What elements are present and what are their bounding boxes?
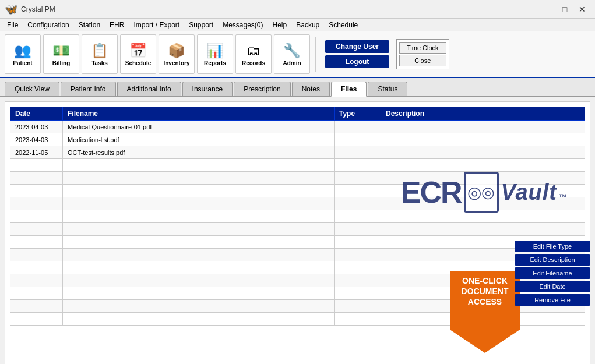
close-window-button[interactable]: ✕ [574, 3, 590, 16]
col-type: Type [335, 107, 381, 121]
tab-files[interactable]: Files [331, 82, 367, 97]
cell-filename [63, 313, 335, 326]
cell-date [10, 300, 63, 313]
btn-edit-file-type[interactable]: Edit File Type [515, 241, 590, 252]
app-icon: 🦋 [5, 3, 17, 16]
cell-description [381, 185, 585, 197]
cell-date [10, 159, 63, 172]
table-row[interactable]: 2022-11-05OCT-test-results.pdf [10, 146, 585, 159]
menu-import---export[interactable]: Import / Export [129, 20, 184, 30]
table-row[interactable] [10, 197, 585, 210]
tab-additional-info[interactable]: Additional Info [117, 82, 181, 96]
cell-description [381, 172, 585, 185]
change-user-button[interactable]: Change User [325, 40, 389, 53]
cell-date [10, 223, 63, 236]
cell-filename [63, 300, 335, 313]
table-row[interactable] [10, 210, 585, 223]
maximize-button[interactable]: □ [557, 3, 573, 16]
cell-description [381, 121, 585, 133]
menu-file[interactable]: File [2, 20, 23, 30]
cell-type [335, 197, 381, 210]
cell-type [335, 287, 381, 300]
menu-messages---[interactable]: Messages(0) [218, 20, 267, 30]
tab-status[interactable]: Status [368, 82, 407, 96]
menu-schedule[interactable]: Schedule [324, 20, 362, 30]
cell-type [335, 223, 381, 236]
menu-ehr[interactable]: EHR [105, 20, 129, 30]
table-row[interactable] [10, 185, 585, 197]
cell-filename [63, 159, 335, 172]
cell-type [335, 249, 381, 261]
table-row[interactable] [10, 249, 585, 261]
timeclock-area: Time Clock Close [396, 39, 449, 69]
records-icon: 🗂 [247, 43, 260, 59]
cell-filename: OCT-test-results.pdf [63, 146, 335, 159]
close-timeclock-button[interactable]: Close [399, 55, 446, 66]
menu-help[interactable]: Help [268, 20, 292, 30]
menu-station[interactable]: Station [74, 20, 105, 30]
table-row[interactable]: 2023-04-03Medication-list.pdf [10, 133, 585, 146]
toolbar-separator [315, 37, 316, 72]
cell-filename [63, 197, 335, 210]
cell-date: 2023-04-03 [10, 121, 63, 133]
toolbar-btn-billing[interactable]: 💵Billing [43, 34, 79, 74]
cell-date: 2022-11-05 [10, 146, 63, 159]
cell-description [381, 133, 585, 146]
billing-icon: 💵 [52, 43, 70, 59]
toolbar-btn-admin[interactable]: 🔧Admin [274, 34, 310, 74]
cell-date [10, 274, 63, 287]
col-filename: Filename [63, 107, 335, 121]
table-row[interactable] [10, 172, 585, 185]
cell-filename: Medical-Questionnaire-01.pdf [63, 121, 335, 133]
cell-type [335, 146, 381, 159]
cell-type [335, 210, 381, 223]
tab-patient-info[interactable]: Patient Info [61, 82, 116, 96]
btn-edit-date[interactable]: Edit Date [515, 281, 590, 292]
cell-type [335, 172, 381, 185]
menu-backup[interactable]: Backup [291, 20, 324, 30]
table-row[interactable] [10, 159, 585, 172]
cell-filename [63, 287, 335, 300]
one-click-arrow: ONE-CLICK DOCUMENT ACCESS [450, 271, 520, 353]
cell-filename [63, 261, 335, 274]
content-area: Date Filename Type Description 2023-04-0… [5, 101, 590, 364]
tab-prescription[interactable]: Prescription [234, 82, 290, 96]
cell-type [335, 159, 381, 172]
cell-date [10, 197, 63, 210]
cell-filename: Medication-list.pdf [63, 133, 335, 146]
btn-remove-file[interactable]: Remove File [515, 294, 590, 306]
toolbar-btn-reports[interactable]: 📊Reports [197, 34, 233, 74]
cell-date [10, 236, 63, 249]
cell-filename [63, 210, 335, 223]
cell-type [335, 313, 381, 326]
tab-insurance[interactable]: Insurance [182, 82, 233, 96]
cell-date [10, 261, 63, 274]
schedule-icon: 📅 [129, 43, 147, 59]
tab-notes[interactable]: Notes [292, 82, 330, 96]
menu-support[interactable]: Support [184, 20, 218, 30]
cell-date [10, 287, 63, 300]
minimize-button[interactable]: — [539, 3, 555, 16]
table-row[interactable]: 2023-04-03Medical-Questionnaire-01.pdf [10, 121, 585, 133]
cell-description [381, 197, 585, 210]
btn-edit-description[interactable]: Edit Description [515, 254, 590, 266]
cell-date [10, 172, 63, 185]
toolbar-btn-patient[interactable]: 👥Patient [5, 34, 41, 74]
toolbar-btn-schedule[interactable]: 📅Schedule [120, 34, 156, 74]
toolbar-btn-records[interactable]: 🗂Records [235, 34, 272, 74]
cell-date [10, 210, 63, 223]
logout-button[interactable]: Logout [325, 55, 389, 68]
time-clock-button[interactable]: Time Clock [399, 42, 446, 54]
toolbar-btn-tasks[interactable]: 📋Tasks [82, 34, 118, 74]
table-row[interactable] [10, 223, 585, 236]
menu-configuration[interactable]: Configuration [23, 20, 73, 30]
tab-quick-view[interactable]: Quick View [5, 82, 59, 96]
toolbar: 👥Patient💵Billing📋Tasks📅Schedule📦Inventor… [0, 31, 595, 78]
toolbar-btn-inventory[interactable]: 📦Inventory [159, 34, 195, 74]
arrow-label: ONE-CLICK DOCUMENT ACCESS [450, 271, 520, 312]
cell-description [381, 223, 585, 236]
inventory-icon: 📦 [168, 43, 185, 59]
btn-edit-filename[interactable]: Edit Filename [515, 267, 590, 279]
table-row[interactable] [10, 236, 585, 249]
col-description: Description [381, 107, 585, 121]
